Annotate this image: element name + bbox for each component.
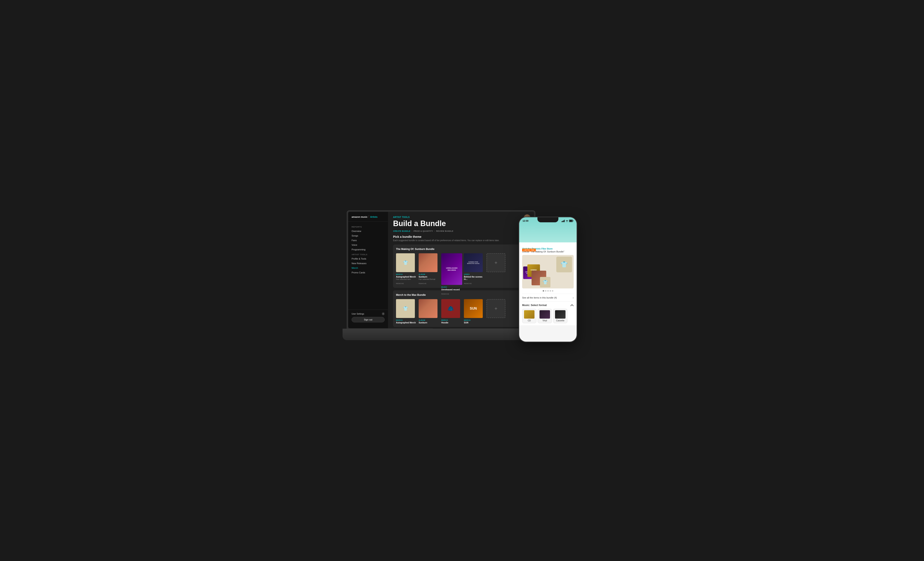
sidebar-bottom: User Settings Sign out xyxy=(348,310,388,325)
bundle-item-img-video: DOMINO FIKEBehind the Scenes xyxy=(464,253,483,272)
laptop: amazon music Artists REPORTS Overview So… xyxy=(347,210,536,340)
add-item-button[interactable]: + xyxy=(486,253,506,272)
add-item-button-2[interactable]: + xyxy=(486,299,506,318)
dot-3[interactable] xyxy=(547,290,549,292)
sidebar-item-new-releases[interactable]: New Releases xyxy=(348,261,388,266)
cassette-img xyxy=(555,310,566,319)
bundle-item-img-merch-max-4: SUN xyxy=(464,299,483,318)
shirt-visual: 👕 xyxy=(396,253,415,272)
music-type-label: MUSIC xyxy=(441,286,462,288)
bundle-item-img-music: UNRELEASEDRECORDS xyxy=(441,253,462,285)
bundle-item-video: DOMINO FIKEBehind the Scenes VIDEO Behin… xyxy=(464,253,485,285)
merch-item-name: Autographed Merch xyxy=(396,276,417,278)
bundle-card-sunburn[interactable]: The Making Of: Sunburn Bundle 👕 MERCH Au… xyxy=(393,244,529,288)
video-remove-btn[interactable]: REMOVE xyxy=(464,283,472,284)
collage-shirt2: 👕 xyxy=(540,277,550,287)
gear-icon[interactable] xyxy=(382,312,385,315)
sidebar-item-merch[interactable]: Merch xyxy=(348,266,388,270)
cd-label: CD xyxy=(524,319,535,322)
album-visual xyxy=(418,253,438,272)
chevron-up-icon[interactable] xyxy=(570,304,574,306)
merch-remove-btn[interactable]: REMOVE xyxy=(396,283,404,284)
bundle-item-img-merch-max-1: 👕 xyxy=(396,299,415,318)
album-remove-btn[interactable]: REMOVE xyxy=(418,283,427,284)
bundle-header-sunburn: The Making Of: Sunburn Bundle xyxy=(396,247,526,251)
bundle-item-img-merch: 👕 xyxy=(396,253,415,272)
cd-img xyxy=(524,310,534,319)
user-settings-text: User Settings xyxy=(352,313,364,315)
amazon-music-text: amazon music xyxy=(352,215,368,218)
sidebar-item-overview[interactable]: Overview xyxy=(348,229,388,233)
scene: amazon music Artists REPORTS Overview So… xyxy=(347,210,577,351)
album-item-name: Sunburn xyxy=(418,276,440,278)
see-all-text: See all the items in this bundle (4) xyxy=(522,296,557,299)
sun-visual: SUN xyxy=(464,299,483,318)
bundle-items-merch-max: 👕 MERCH Autographed Merch ALBUM Su xyxy=(396,299,526,324)
dot-1[interactable] xyxy=(543,290,544,292)
video-item-name: Behind the scenes m... xyxy=(464,276,485,280)
format-options: CD Vinyl Cassette xyxy=(522,309,574,323)
laptop-base xyxy=(343,329,540,340)
unreleased-text: UNRELEASEDRECORDS xyxy=(446,267,458,271)
merch-type-label: MERCH xyxy=(396,274,417,275)
breadcrumb-price[interactable]: PRICE & QUANTITY xyxy=(414,230,433,232)
format-cd[interactable]: CD xyxy=(522,309,536,323)
battery-icon xyxy=(569,220,573,222)
merch-max-name-2: Sunburn xyxy=(418,322,440,324)
bundle-item-img-merch-max-2 xyxy=(418,299,438,318)
sidebar-logo: amazon music Artists xyxy=(348,215,388,222)
dot-5[interactable] xyxy=(552,290,554,292)
music-format-title: Music: Select format xyxy=(522,304,574,307)
vinyl-label: Vinyl xyxy=(539,319,550,322)
chevron-right-icon: › xyxy=(573,296,574,299)
svg-rect-4 xyxy=(564,220,565,222)
svg-rect-7 xyxy=(570,220,572,222)
reports-section-label: REPORTS xyxy=(348,224,388,229)
page-title: Build a Bundle xyxy=(393,219,529,228)
svg-rect-1 xyxy=(561,221,562,222)
music-visual: UNRELEASEDRECORDS xyxy=(441,253,462,285)
sidebar-item-promo-cards[interactable]: Promo Cards xyxy=(348,270,388,275)
sidebar-item-programming[interactable]: Programming xyxy=(348,247,388,252)
sidebar-item-profile-tools[interactable]: Profile & Tools xyxy=(348,256,388,261)
merch-max-type-1: MERCH xyxy=(396,319,417,321)
user-settings-row: User Settings xyxy=(352,312,385,315)
bundle-item-img-album xyxy=(418,253,438,272)
amazon-logo: amazon music Artists xyxy=(352,215,385,218)
phone-carousel[interactable]: 👕 UNRELEASEDRECORDS DOMINOFIKE 👕 xyxy=(522,255,574,289)
svg-rect-2 xyxy=(562,221,563,222)
laptop-screen: amazon music Artists REPORTS Overview So… xyxy=(348,212,534,328)
music-remove-btn[interactable]: REMOVE xyxy=(441,293,449,295)
phone-screen: 12:00 xyxy=(519,217,577,342)
bundle-item-merch-max-4: SUN MERCH SUN xyxy=(464,299,485,324)
carousel-collage: UNRELEASEDRECORDS DOMINOFIKE 👕 xyxy=(523,264,550,287)
status-icons xyxy=(561,220,573,222)
phone-see-all[interactable]: See all the items in this bundle (4) › xyxy=(522,294,574,302)
breadcrumb-review[interactable]: REVIEW BUNDLE xyxy=(436,230,453,232)
artists-text: Artists xyxy=(370,215,378,218)
merch-max-type-4: MERCH xyxy=(464,319,485,321)
breadcrumb-sep-2: › xyxy=(434,230,435,232)
wifi-icon xyxy=(566,220,568,222)
svg-point-0 xyxy=(383,313,384,314)
format-vinyl[interactable]: Vinyl xyxy=(538,309,552,323)
dot-2[interactable] xyxy=(545,290,546,292)
sign-out-button[interactable]: Sign out xyxy=(352,317,385,322)
sidebar-item-songs[interactable]: Songs xyxy=(348,233,388,238)
music-format-label: Music: Select format xyxy=(522,304,547,307)
sidebar-item-voice[interactable]: Voice xyxy=(348,242,388,247)
add-item-container-2: + xyxy=(486,299,506,324)
breadcrumb-create[interactable]: CREATE BUNDLE xyxy=(393,230,411,232)
bundle-item-merch-max-1: 👕 MERCH Autographed Merch xyxy=(396,299,417,324)
bundle-card-merch-max[interactable]: Merch to the Max Bundle 👕 MERCH Autograp… xyxy=(393,290,529,327)
phone-status-bar: 12:00 xyxy=(519,217,577,223)
dot-4[interactable] xyxy=(550,290,551,292)
merch-max-name-4: SUN xyxy=(464,322,485,324)
logo-divider xyxy=(369,215,369,218)
laptop-frame: amazon music Artists REPORTS Overview So… xyxy=(347,210,536,330)
merch-item-sub: Fan selected item xyxy=(396,278,417,280)
sidebar-item-fans[interactable]: Fans xyxy=(348,238,388,242)
format-cassette[interactable]: Cassette xyxy=(553,309,567,323)
bundle-name-merch-max: Merch to the Max Bundle xyxy=(396,293,426,296)
phone-header-img: 12:00 xyxy=(519,217,577,242)
